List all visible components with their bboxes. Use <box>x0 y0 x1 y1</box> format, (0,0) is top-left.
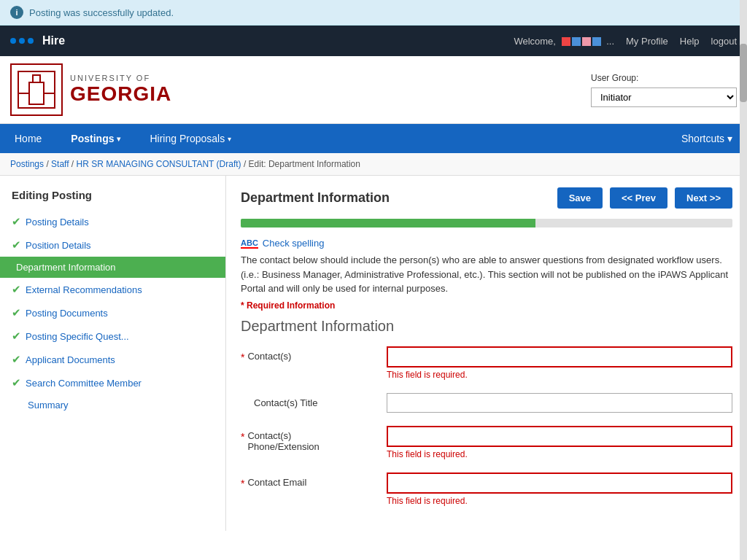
field-contacts-title <box>387 393 732 413</box>
nav-postings[interactable]: Postings ▾ <box>56 124 135 153</box>
field-contacts: This field is required. <box>387 346 732 380</box>
logo-area: UNIVERSITY OF GEORGIA User Group: Initia… <box>0 56 747 124</box>
instructions-text: The contact below should include the per… <box>241 253 732 296</box>
sidebar: Editing Posting ✔ Posting Details ✔ Posi… <box>0 176 226 531</box>
sidebar-item-search-committee[interactable]: ✔ Search Committee Member <box>0 371 225 394</box>
nav-hiring-proposals[interactable]: Hiring Proposals ▾ <box>135 124 246 153</box>
sidebar-label-position-details: Position Details <box>26 240 214 251</box>
app-name: Hire <box>42 34 514 47</box>
field-row-email: * Contact Email This field is required. <box>241 472 732 506</box>
spell-check-link[interactable]: ABC Check spelling <box>241 238 732 249</box>
user-group-area: User Group: Initiator <box>591 73 737 107</box>
next-button[interactable]: Next >> <box>675 187 732 209</box>
nav-dots <box>10 38 34 44</box>
svg-rect-2 <box>33 75 40 82</box>
banner-message: Posting was successfully updated. <box>29 7 174 18</box>
breadcrumb-current: Edit: Department Information <box>249 159 360 169</box>
svg-rect-0 <box>18 71 55 108</box>
info-icon: i <box>10 6 23 19</box>
required-info-label: * Required Information <box>241 300 732 311</box>
logo-text-block: UNIVERSITY OF GEORGIA <box>70 74 171 106</box>
phone-error: This field is required. <box>387 449 732 459</box>
label-phone: * Contact(s)Phone/Extension <box>241 426 387 452</box>
nav-home[interactable]: Home <box>0 124 56 153</box>
user-group-label: User Group: <box>591 73 638 83</box>
postings-caret: ▾ <box>117 135 120 143</box>
sidebar-item-department-info[interactable]: Department Information <box>0 257 225 278</box>
logo-left: UNIVERSITY OF GEORGIA <box>10 63 591 116</box>
main-form-area: Department Information Save << Prev Next… <box>226 176 747 531</box>
logout-link[interactable]: logout <box>711 36 737 47</box>
check-icon-posting-docs: ✔ <box>12 306 21 319</box>
user-group-select[interactable]: Initiator <box>591 88 737 107</box>
label-contacts: * Contact(s) <box>241 346 387 363</box>
sidebar-label-posting-quest: Posting Specific Quest... <box>26 331 214 342</box>
progress-bar <box>241 219 732 228</box>
email-input[interactable] <box>387 472 732 494</box>
spell-check-label: Check spelling <box>263 238 325 249</box>
check-icon-search-committee: ✔ <box>12 376 21 389</box>
contacts-error: This field is required. <box>387 370 732 380</box>
prev-button[interactable]: << Prev <box>610 187 667 209</box>
avatar-bar <box>562 37 601 46</box>
shortcuts-button[interactable]: Shortcuts ▾ <box>667 124 747 153</box>
main-navbar: Home Postings ▾ Hiring Proposals ▾ Short… <box>0 124 747 153</box>
breadcrumb: Postings / Staff / HR SR MANAGING CONSUL… <box>0 153 747 176</box>
university-of: UNIVERSITY OF <box>70 74 171 82</box>
top-nav-right: Welcome, ... My Profile Help logout <box>514 36 737 47</box>
breadcrumb-posting-name[interactable]: HR SR MANAGING CONSULTANT (Draft) <box>77 159 241 169</box>
form-title: Department Information <box>241 190 550 206</box>
label-email: * Contact Email <box>241 472 387 489</box>
progress-bar-fill <box>241 219 535 228</box>
page-content: Editing Posting ✔ Posting Details ✔ Posi… <box>0 176 747 531</box>
sidebar-label-posting-docs: Posting Documents <box>26 308 214 319</box>
spellcheck-icon: ABC <box>241 238 258 249</box>
top-navbar: Hire Welcome, ... My Profile Help logout <box>0 26 747 56</box>
contacts-title-input[interactable] <box>387 393 732 413</box>
sidebar-item-applicant-documents[interactable]: ✔ Applicant Documents <box>0 348 225 371</box>
sidebar-label-applicant-docs: Applicant Documents <box>26 354 214 365</box>
scrollbar[interactable] <box>740 0 747 531</box>
university-logo <box>10 63 63 116</box>
sidebar-title: Editing Posting <box>0 183 225 210</box>
my-profile-link[interactable]: My Profile <box>626 36 668 47</box>
label-contacts-title: Contact(s) Title <box>241 393 387 408</box>
phone-input[interactable] <box>387 426 732 447</box>
breadcrumb-postings[interactable]: Postings <box>10 159 44 169</box>
email-error: This field is required. <box>387 496 732 506</box>
section-heading: Department Information <box>241 318 732 335</box>
field-row-contacts-title: Contact(s) Title <box>241 393 732 413</box>
field-row-phone: * Contact(s)Phone/Extension This field i… <box>241 426 732 459</box>
sidebar-item-posting-documents[interactable]: ✔ Posting Documents <box>0 301 225 324</box>
sidebar-item-posting-specific-quest[interactable]: ✔ Posting Specific Quest... <box>0 324 225 348</box>
sidebar-label-department-info: Department Information <box>16 262 214 273</box>
sidebar-item-posting-details[interactable]: ✔ Posting Details <box>0 210 225 233</box>
sidebar-label-posting-details: Posting Details <box>26 217 214 228</box>
contacts-input[interactable] <box>387 346 732 368</box>
sidebar-item-position-details[interactable]: ✔ Position Details <box>0 233 225 257</box>
info-banner: i Posting was successfully updated. <box>0 0 747 26</box>
sidebar-label-external-recs: External Recommendations <box>26 284 214 295</box>
scrollbar-thumb[interactable] <box>740 44 747 102</box>
check-icon-posting-quest: ✔ <box>12 330 21 343</box>
hiring-caret: ▾ <box>228 135 231 143</box>
form-header: Department Information Save << Prev Next… <box>241 187 732 209</box>
help-link[interactable]: Help <box>680 36 700 47</box>
check-icon-posting-details: ✔ <box>12 215 21 228</box>
field-phone: This field is required. <box>387 426 732 459</box>
field-email: This field is required. <box>387 472 732 506</box>
georgia-text: GEORGIA <box>70 82 171 106</box>
breadcrumb-staff[interactable]: Staff <box>51 159 69 169</box>
sidebar-item-summary[interactable]: Summary <box>0 394 225 416</box>
check-icon-applicant-docs: ✔ <box>12 353 21 366</box>
sidebar-item-external-recommendations[interactable]: ✔ External Recommendations <box>0 278 225 301</box>
save-button[interactable]: Save <box>557 187 603 209</box>
sidebar-label-search-committee: Search Committee Member <box>26 378 214 389</box>
svg-rect-1 <box>29 82 44 104</box>
welcome-text: Welcome, ... <box>514 36 614 47</box>
check-icon-external-recs: ✔ <box>12 283 21 296</box>
sidebar-label-summary: Summary <box>28 400 214 411</box>
check-icon-position-details: ✔ <box>12 238 21 252</box>
field-row-contacts: * Contact(s) This field is required. <box>241 346 732 380</box>
